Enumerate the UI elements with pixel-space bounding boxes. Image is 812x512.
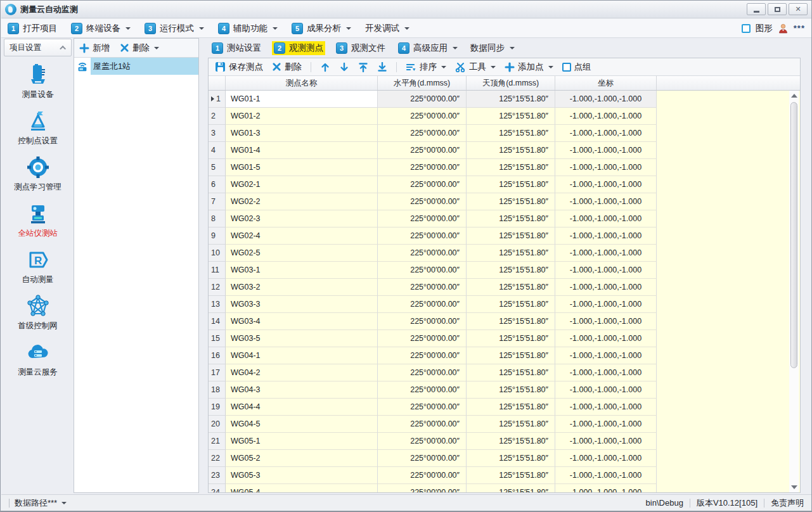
menu-item-2[interactable]: 2终端设备 — [71, 23, 131, 34]
cell-horizontal-angle[interactable]: 225°00′00.00″ — [378, 176, 467, 193]
scroll-down-icon[interactable] — [791, 485, 797, 489]
row-header[interactable]: 23 — [209, 467, 226, 484]
cell-coordinates[interactable]: -1.000,-1.000,-1.000 — [555, 108, 657, 125]
cell-point-name[interactable]: WG01-5 — [226, 159, 378, 176]
table-row[interactable]: 16WG04-1225°00′00.00″125°15′51.80″-1.000… — [209, 347, 800, 364]
table-row[interactable]: 15WG03-5225°00′00.00″125°15′51.80″-1.000… — [209, 330, 800, 347]
cell-point-name[interactable]: WG03-1 — [226, 262, 378, 279]
cell-zenith-angle[interactable]: 125°15′51.80″ — [467, 347, 555, 364]
row-header[interactable]: 10 — [209, 245, 226, 262]
vertical-scrollbar[interactable] — [789, 91, 799, 492]
table-row[interactable]: 11WG03-1225°00′00.00″125°15′51.80″-1.000… — [209, 262, 800, 279]
cell-horizontal-angle[interactable]: 225°00′00.00″ — [378, 450, 467, 467]
cell-coordinates[interactable]: -1.000,-1.000,-1.000 — [555, 279, 657, 296]
row-header[interactable]: 11 — [209, 262, 226, 279]
cell-point-name[interactable]: WG05-3 — [226, 467, 378, 484]
cell-coordinates[interactable]: -1.000,-1.000,-1.000 — [555, 416, 657, 433]
move-up-button[interactable] — [320, 62, 330, 72]
cell-point-name[interactable]: WG02-3 — [226, 210, 378, 227]
cell-coordinates[interactable]: -1.000,-1.000,-1.000 — [555, 330, 657, 347]
cell-point-name[interactable]: WG01-4 — [226, 142, 378, 159]
cell-horizontal-angle[interactable]: 225°00′00.00″ — [378, 142, 467, 159]
table-row[interactable]: 13WG03-3225°00′00.00″125°15′51.80″-1.000… — [209, 296, 800, 313]
sidebar-item-tripod[interactable]: 控制点设置 — [18, 109, 58, 146]
cell-point-name[interactable]: WG05-1 — [226, 433, 378, 450]
point-group-checkbox[interactable] — [562, 63, 571, 72]
table-row[interactable]: 1WG01-1225°00′00.00″125°15′51.80″-1.000,… — [209, 91, 800, 108]
table-row[interactable]: 24WG05-4225°00′00.00″125°15′51.80″-1.000… — [209, 484, 800, 493]
cell-coordinates[interactable]: -1.000,-1.000,-1.000 — [555, 364, 657, 381]
cell-horizontal-angle[interactable]: 225°00′00.00″ — [378, 279, 467, 296]
cell-point-name[interactable]: WG01-1 — [226, 91, 378, 108]
table-row[interactable]: 23WG05-3225°00′00.00″125°15′51.80″-1.000… — [209, 467, 800, 484]
row-header[interactable]: 22 — [209, 450, 226, 467]
sidebar-item-total-station[interactable]: 全站仪测站 — [18, 202, 58, 239]
add-station-button[interactable]: 新增 — [79, 42, 110, 54]
cell-horizontal-angle[interactable]: 225°00′00.00″ — [378, 433, 467, 450]
sort-button[interactable]: 排序 — [406, 61, 446, 73]
row-header[interactable]: 21 — [209, 433, 226, 450]
cell-point-name[interactable]: WG02-2 — [226, 193, 378, 210]
menu-item-1[interactable]: 1打开项目 — [8, 23, 57, 34]
cell-coordinates[interactable]: -1.000,-1.000,-1.000 — [555, 450, 657, 467]
table-row[interactable]: 12WG03-2225°00′00.00″125°15′51.80″-1.000… — [209, 279, 800, 296]
save-points-button[interactable]: 保存测点 — [215, 61, 263, 73]
cell-horizontal-angle[interactable]: 225°00′00.00″ — [378, 364, 467, 381]
row-header[interactable]: 14 — [209, 313, 226, 330]
row-header[interactable]: 7 — [209, 193, 226, 210]
cell-point-name[interactable]: WG04-1 — [226, 347, 378, 364]
cell-point-name[interactable]: WG03-2 — [226, 279, 378, 296]
cell-zenith-angle[interactable]: 125°15′51.80″ — [467, 399, 555, 416]
cell-zenith-angle[interactable]: 125°15′51.80″ — [467, 364, 555, 381]
cell-horizontal-angle[interactable]: 225°00′00.00″ — [378, 313, 467, 330]
table-row[interactable]: 2WG01-2225°00′00.00″125°15′51.80″-1.000,… — [209, 108, 800, 125]
sidebar-item-device[interactable]: 测量设备 — [22, 63, 54, 100]
cell-point-name[interactable]: WG01-3 — [226, 125, 378, 142]
table-row[interactable]: 5WG01-5225°00′00.00″125°15′51.80″-1.000,… — [209, 159, 800, 176]
cell-zenith-angle[interactable]: 125°15′51.80″ — [467, 416, 555, 433]
column-header[interactable]: 坐标 — [555, 76, 657, 90]
cell-zenith-angle[interactable]: 125°15′51.80″ — [467, 227, 555, 245]
cell-zenith-angle[interactable]: 125°15′51.80″ — [467, 176, 555, 193]
delete-point-button[interactable]: 删除 — [272, 61, 302, 73]
column-header[interactable]: 测点名称 — [226, 76, 378, 90]
row-header[interactable]: 15 — [209, 330, 226, 347]
cell-horizontal-angle[interactable]: 225°00′00.00″ — [378, 467, 467, 484]
cell-zenith-angle[interactable]: 125°15′51.80″ — [467, 381, 555, 399]
cell-horizontal-angle[interactable]: 225°00′00.00″ — [378, 381, 467, 399]
cell-point-name[interactable]: WG04-2 — [226, 364, 378, 381]
row-header[interactable]: 24 — [209, 484, 226, 493]
row-header[interactable]: 1 — [209, 91, 226, 108]
table-row[interactable]: 8WG02-3225°00′00.00″125°15′51.80″-1.000,… — [209, 210, 800, 227]
tab-1[interactable]: 1测站设置 — [210, 41, 263, 55]
cell-coordinates[interactable]: -1.000,-1.000,-1.000 — [555, 262, 657, 279]
cell-coordinates[interactable]: -1.000,-1.000,-1.000 — [555, 484, 657, 493]
cell-coordinates[interactable]: -1.000,-1.000,-1.000 — [555, 210, 657, 227]
cell-point-name[interactable]: WG02-1 — [226, 176, 378, 193]
cell-zenith-angle[interactable]: 125°15′51.80″ — [467, 245, 555, 262]
data-path-button[interactable]: 数据路径*** — [15, 497, 67, 509]
row-header[interactable]: 19 — [209, 399, 226, 416]
move-down-button[interactable] — [339, 62, 349, 72]
cell-coordinates[interactable]: -1.000,-1.000,-1.000 — [555, 142, 657, 159]
cell-zenith-angle[interactable]: 125°15′51.80″ — [467, 279, 555, 296]
cell-coordinates[interactable]: -1.000,-1.000,-1.000 — [555, 159, 657, 176]
table-row[interactable]: 10WG02-5225°00′00.00″125°15′51.80″-1.000… — [209, 245, 800, 262]
move-top-button[interactable] — [358, 62, 368, 72]
cell-point-name[interactable]: WG03-5 — [226, 330, 378, 347]
row-header[interactable]: 18 — [209, 381, 226, 399]
row-header[interactable]: 17 — [209, 364, 226, 381]
cell-zenith-angle[interactable]: 125°15′51.80″ — [467, 467, 555, 484]
table-row[interactable]: 19WG04-4225°00′00.00″125°15′51.80″-1.000… — [209, 399, 800, 416]
cell-horizontal-angle[interactable]: 225°00′00.00″ — [378, 159, 467, 176]
cell-zenith-angle[interactable]: 125°15′51.80″ — [467, 313, 555, 330]
cell-zenith-angle[interactable]: 125°15′51.80″ — [467, 450, 555, 467]
cell-point-name[interactable]: WG05-4 — [226, 484, 378, 493]
cell-horizontal-angle[interactable]: 225°00′00.00″ — [378, 193, 467, 210]
cell-coordinates[interactable]: -1.000,-1.000,-1.000 — [555, 227, 657, 245]
table-row[interactable]: 20WG04-5225°00′00.00″125°15′51.80″-1.000… — [209, 416, 800, 433]
menu-item-5[interactable]: 5成果分析 — [292, 23, 351, 34]
cell-zenith-angle[interactable]: 125°15′51.80″ — [467, 330, 555, 347]
cell-coordinates[interactable]: -1.000,-1.000,-1.000 — [555, 125, 657, 142]
row-header[interactable]: 3 — [209, 125, 226, 142]
